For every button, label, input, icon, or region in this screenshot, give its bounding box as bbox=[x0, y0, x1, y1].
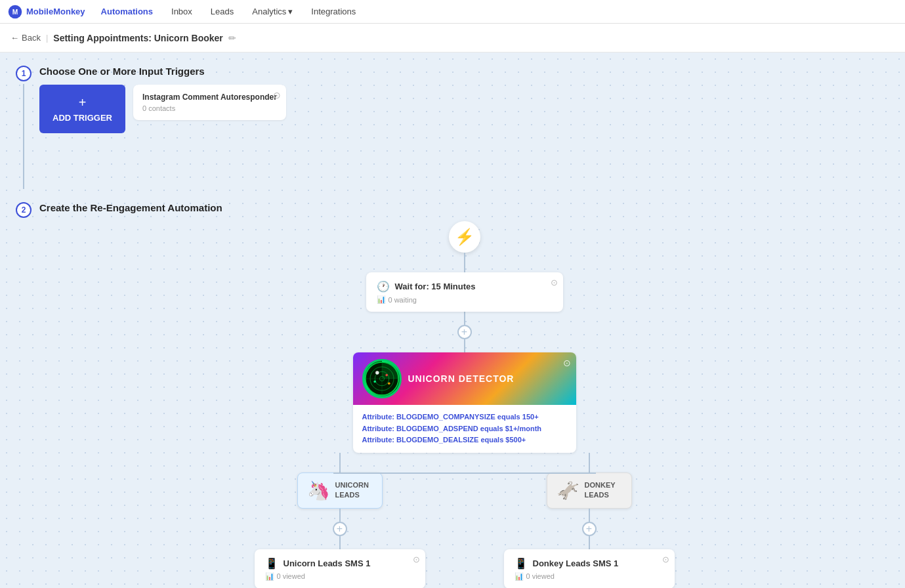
unicorn-lead-card[interactable]: 🦄 UNICORNLEADS bbox=[297, 472, 383, 509]
donkey-connector-3 bbox=[589, 536, 590, 549]
add-node-button-1[interactable]: + bbox=[457, 325, 472, 339]
unicorn-sms-node[interactable]: ⊙ 📱 Unicorn Leads SMS 1 📊 0 viewed bbox=[255, 549, 425, 588]
svg-point-10 bbox=[373, 381, 376, 383]
svg-text:M: M bbox=[12, 8, 18, 15]
unicorn-connector-2 bbox=[339, 509, 341, 522]
donkey-lead-label: DONKEYLEADS bbox=[585, 480, 616, 501]
svg-point-9 bbox=[385, 374, 388, 377]
connector-line-3 bbox=[464, 339, 465, 352]
trigger-close-button[interactable]: ⊙ bbox=[273, 90, 281, 100]
app-name: MobileMonkey bbox=[26, 7, 85, 16]
wait-node-1[interactable]: ⊙ 🕐 Wait for: 15 Minutes 📊 0 waiting bbox=[366, 272, 563, 312]
lightning-icon: ⚡ bbox=[455, 228, 474, 246]
bar-chart-icon-1: 📊 bbox=[377, 295, 386, 304]
unicorn-connector-top bbox=[339, 453, 341, 472]
svg-point-8 bbox=[375, 371, 379, 374]
donkey-sms-close[interactable]: ⊙ bbox=[662, 555, 669, 564]
detector-header: UNICORN DETECTOR ⊙ bbox=[353, 352, 576, 405]
donkey-sms-sub: 📊 0 viewed bbox=[515, 572, 664, 581]
donkey-sms-node[interactable]: ⊙ 📱 Donkey Leads SMS 1 📊 0 viewed bbox=[504, 549, 675, 588]
detector-radar bbox=[362, 359, 402, 398]
nav-leads[interactable]: Leads bbox=[208, 7, 236, 16]
branch-h-left bbox=[333, 472, 465, 474]
connector-line-1 bbox=[464, 253, 465, 272]
trigger-area: + ADD TRIGGER ⊙ Instagram Comment Autore… bbox=[39, 85, 889, 133]
navbar: M MobileMonkey Automations Inbox Leads A… bbox=[0, 0, 905, 24]
unicorn-sms-sub: 📊 0 viewed bbox=[265, 572, 415, 581]
detector-attr-3: Attribute: BLOGDEMO_DEALSIZE equals $500… bbox=[362, 434, 567, 446]
step-2-content: Create the Re-Engagement Automation ⚡ ⊙ … bbox=[39, 202, 889, 588]
chevron-down-icon: ▾ bbox=[288, 7, 293, 16]
plus-icon: + bbox=[79, 95, 87, 110]
svg-point-11 bbox=[388, 382, 390, 385]
unicorn-sms-title: Unicorn Leads SMS 1 bbox=[284, 558, 371, 568]
nav-inbox[interactable]: Inbox bbox=[169, 7, 195, 16]
step-1-content: Choose One or More Input Triggers + ADD … bbox=[39, 66, 889, 133]
unicorn-detector-node[interactable]: UNICORN DETECTOR ⊙ Attribute: BLOGDEMO_C… bbox=[353, 352, 576, 453]
detector-attr-1: Attribute: BLOGDEMO_COMPANYSIZE equals 1… bbox=[362, 411, 567, 423]
step-1-circle: 1 bbox=[16, 66, 32, 81]
detector-title: UNICORN DETECTOR bbox=[408, 373, 515, 384]
clock-icon-1: 🕐 bbox=[377, 280, 390, 293]
donkey-connector-top bbox=[589, 453, 590, 472]
automation-flow: ⚡ ⊙ 🕐 Wait for: 15 Minutes 📊 bbox=[39, 221, 889, 588]
step-1-row: 1 Choose One or More Input Triggers + AD… bbox=[16, 66, 889, 189]
unicorn-connector-3 bbox=[339, 536, 341, 549]
wait-node-1-sub: 📊 0 waiting bbox=[377, 295, 553, 304]
unicorn-lead-label: UNICORNLEADS bbox=[335, 480, 369, 501]
step-1-title: Choose One or More Input Triggers bbox=[39, 66, 889, 77]
unicorn-sms-close[interactable]: ⊙ bbox=[413, 555, 420, 564]
unicorn-emoji: 🦄 bbox=[307, 480, 330, 501]
nav-automations[interactable]: Automations bbox=[98, 7, 156, 16]
sms-icon-unicorn: 📱 bbox=[265, 557, 278, 570]
sms-icon-donkey: 📱 bbox=[515, 557, 528, 570]
donkey-emoji: 🫏 bbox=[557, 480, 579, 501]
branch-container: 🦄 UNICORNLEADS + ⊙ 📱 Uni bbox=[307, 453, 622, 588]
detector-body: Attribute: BLOGDEMO_COMPANYSIZE equals 1… bbox=[353, 405, 576, 453]
add-node-donkey[interactable]: + bbox=[582, 522, 597, 536]
branch-h-right bbox=[465, 472, 596, 474]
back-arrow-icon: ← bbox=[11, 33, 19, 43]
wait-node-1-title: Wait for: 15 Minutes bbox=[395, 282, 476, 291]
step-2-row: 2 Create the Re-Engagement Automation ⚡ … bbox=[16, 202, 889, 588]
add-node-unicorn[interactable]: + bbox=[333, 522, 347, 536]
edit-icon[interactable]: ✏ bbox=[228, 33, 236, 43]
breadcrumb-bar: ← Back | Setting Appointments: Unicorn B… bbox=[0, 24, 905, 52]
nav-analytics[interactable]: Analytics ▾ bbox=[249, 7, 295, 16]
trigger-card-title: Instagram Comment Autoresponder bbox=[142, 93, 277, 102]
donkey-lead-card[interactable]: 🫏 DONKEYLEADS bbox=[547, 472, 632, 509]
main-content: 1 Choose One or More Input Triggers + AD… bbox=[0, 52, 905, 588]
back-button[interactable]: ← Back bbox=[11, 33, 41, 43]
trigger-card-subtitle: 0 contacts bbox=[142, 104, 277, 112]
bar-chart-icon-4: 📊 bbox=[515, 572, 524, 581]
detector-attr-2: Attribute: BLOGDEMO_ADSPEND equals $1+/m… bbox=[362, 423, 567, 435]
connector-line-2 bbox=[464, 312, 465, 325]
wait-node-1-close[interactable]: ⊙ bbox=[551, 278, 558, 287]
page-title: Setting Appointments: Unicorn Booker bbox=[53, 33, 222, 43]
step-2-circle: 2 bbox=[16, 202, 32, 218]
trigger-node: ⚡ bbox=[449, 221, 480, 253]
nav-integrations[interactable]: Integrations bbox=[308, 7, 358, 16]
bar-chart-icon-2: 📊 bbox=[265, 572, 274, 581]
app-logo[interactable]: M MobileMonkey bbox=[8, 5, 85, 19]
step-2-title: Create the Re-Engagement Automation bbox=[39, 202, 889, 213]
add-trigger-button[interactable]: + ADD TRIGGER bbox=[39, 85, 125, 133]
detector-close-button[interactable]: ⊙ bbox=[563, 358, 571, 368]
donkey-sms-title: Donkey Leads SMS 1 bbox=[533, 558, 619, 568]
trigger-card: ⊙ Instagram Comment Autoresponder 0 cont… bbox=[133, 85, 286, 120]
donkey-connector-2 bbox=[589, 509, 590, 522]
